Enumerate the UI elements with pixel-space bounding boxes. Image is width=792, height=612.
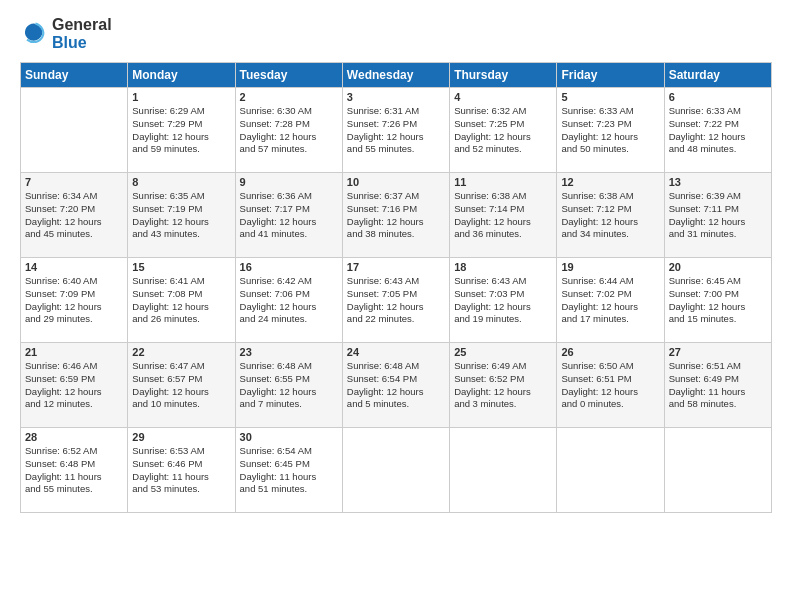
day-info: Sunrise: 6:48 AM Sunset: 6:54 PM Dayligh…: [347, 360, 445, 411]
day-number: 3: [347, 91, 445, 103]
day-number: 22: [132, 346, 230, 358]
day-info: Sunrise: 6:41 AM Sunset: 7:08 PM Dayligh…: [132, 275, 230, 326]
day-info: Sunrise: 6:34 AM Sunset: 7:20 PM Dayligh…: [25, 190, 123, 241]
day-number: 24: [347, 346, 445, 358]
day-number: 30: [240, 431, 338, 443]
calendar-cell: 14Sunrise: 6:40 AM Sunset: 7:09 PM Dayli…: [21, 258, 128, 343]
calendar-cell: 10Sunrise: 6:37 AM Sunset: 7:16 PM Dayli…: [342, 173, 449, 258]
day-info: Sunrise: 6:33 AM Sunset: 7:22 PM Dayligh…: [669, 105, 767, 156]
calendar-cell: [450, 428, 557, 513]
week-row-5: 28Sunrise: 6:52 AM Sunset: 6:48 PM Dayli…: [21, 428, 772, 513]
day-number: 27: [669, 346, 767, 358]
day-info: Sunrise: 6:44 AM Sunset: 7:02 PM Dayligh…: [561, 275, 659, 326]
day-info: Sunrise: 6:35 AM Sunset: 7:19 PM Dayligh…: [132, 190, 230, 241]
day-info: Sunrise: 6:47 AM Sunset: 6:57 PM Dayligh…: [132, 360, 230, 411]
col-header-saturday: Saturday: [664, 63, 771, 88]
day-info: Sunrise: 6:48 AM Sunset: 6:55 PM Dayligh…: [240, 360, 338, 411]
calendar-cell: [342, 428, 449, 513]
day-number: 26: [561, 346, 659, 358]
day-info: Sunrise: 6:52 AM Sunset: 6:48 PM Dayligh…: [25, 445, 123, 496]
day-number: 17: [347, 261, 445, 273]
calendar-cell: 11Sunrise: 6:38 AM Sunset: 7:14 PM Dayli…: [450, 173, 557, 258]
calendar-cell: 24Sunrise: 6:48 AM Sunset: 6:54 PM Dayli…: [342, 343, 449, 428]
day-number: 23: [240, 346, 338, 358]
day-info: Sunrise: 6:45 AM Sunset: 7:00 PM Dayligh…: [669, 275, 767, 326]
day-number: 8: [132, 176, 230, 188]
day-number: 4: [454, 91, 552, 103]
day-number: 6: [669, 91, 767, 103]
day-number: 28: [25, 431, 123, 443]
calendar-cell: 4Sunrise: 6:32 AM Sunset: 7:25 PM Daylig…: [450, 88, 557, 173]
day-number: 14: [25, 261, 123, 273]
calendar-cell: 6Sunrise: 6:33 AM Sunset: 7:22 PM Daylig…: [664, 88, 771, 173]
day-info: Sunrise: 6:43 AM Sunset: 7:03 PM Dayligh…: [454, 275, 552, 326]
day-info: Sunrise: 6:36 AM Sunset: 7:17 PM Dayligh…: [240, 190, 338, 241]
day-info: Sunrise: 6:49 AM Sunset: 6:52 PM Dayligh…: [454, 360, 552, 411]
day-info: Sunrise: 6:31 AM Sunset: 7:26 PM Dayligh…: [347, 105, 445, 156]
calendar-cell: 27Sunrise: 6:51 AM Sunset: 6:49 PM Dayli…: [664, 343, 771, 428]
day-number: 1: [132, 91, 230, 103]
day-info: Sunrise: 6:38 AM Sunset: 7:12 PM Dayligh…: [561, 190, 659, 241]
day-info: Sunrise: 6:43 AM Sunset: 7:05 PM Dayligh…: [347, 275, 445, 326]
day-info: Sunrise: 6:53 AM Sunset: 6:46 PM Dayligh…: [132, 445, 230, 496]
calendar-cell: 29Sunrise: 6:53 AM Sunset: 6:46 PM Dayli…: [128, 428, 235, 513]
calendar-cell: 23Sunrise: 6:48 AM Sunset: 6:55 PM Dayli…: [235, 343, 342, 428]
calendar-cell: [664, 428, 771, 513]
week-row-4: 21Sunrise: 6:46 AM Sunset: 6:59 PM Dayli…: [21, 343, 772, 428]
day-number: 18: [454, 261, 552, 273]
calendar-cell: 17Sunrise: 6:43 AM Sunset: 7:05 PM Dayli…: [342, 258, 449, 343]
col-header-thursday: Thursday: [450, 63, 557, 88]
week-row-1: 1Sunrise: 6:29 AM Sunset: 7:29 PM Daylig…: [21, 88, 772, 173]
day-number: 10: [347, 176, 445, 188]
calendar-cell: 26Sunrise: 6:50 AM Sunset: 6:51 PM Dayli…: [557, 343, 664, 428]
week-row-2: 7Sunrise: 6:34 AM Sunset: 7:20 PM Daylig…: [21, 173, 772, 258]
calendar-cell: 30Sunrise: 6:54 AM Sunset: 6:45 PM Dayli…: [235, 428, 342, 513]
page: General Blue SundayMondayTuesdayWednesda…: [0, 0, 792, 612]
col-header-tuesday: Tuesday: [235, 63, 342, 88]
calendar-cell: 22Sunrise: 6:47 AM Sunset: 6:57 PM Dayli…: [128, 343, 235, 428]
day-info: Sunrise: 6:54 AM Sunset: 6:45 PM Dayligh…: [240, 445, 338, 496]
day-number: 20: [669, 261, 767, 273]
day-number: 19: [561, 261, 659, 273]
calendar-cell: 20Sunrise: 6:45 AM Sunset: 7:00 PM Dayli…: [664, 258, 771, 343]
day-info: Sunrise: 6:33 AM Sunset: 7:23 PM Dayligh…: [561, 105, 659, 156]
calendar-cell: 8Sunrise: 6:35 AM Sunset: 7:19 PM Daylig…: [128, 173, 235, 258]
calendar-cell: 21Sunrise: 6:46 AM Sunset: 6:59 PM Dayli…: [21, 343, 128, 428]
week-row-3: 14Sunrise: 6:40 AM Sunset: 7:09 PM Dayli…: [21, 258, 772, 343]
day-info: Sunrise: 6:32 AM Sunset: 7:25 PM Dayligh…: [454, 105, 552, 156]
calendar-cell: 3Sunrise: 6:31 AM Sunset: 7:26 PM Daylig…: [342, 88, 449, 173]
day-number: 15: [132, 261, 230, 273]
day-info: Sunrise: 6:29 AM Sunset: 7:29 PM Dayligh…: [132, 105, 230, 156]
calendar-cell: 7Sunrise: 6:34 AM Sunset: 7:20 PM Daylig…: [21, 173, 128, 258]
day-info: Sunrise: 6:50 AM Sunset: 6:51 PM Dayligh…: [561, 360, 659, 411]
logo: General Blue: [20, 16, 112, 52]
day-number: 2: [240, 91, 338, 103]
col-header-friday: Friday: [557, 63, 664, 88]
day-number: 29: [132, 431, 230, 443]
calendar-cell: [21, 88, 128, 173]
calendar-cell: 1Sunrise: 6:29 AM Sunset: 7:29 PM Daylig…: [128, 88, 235, 173]
day-info: Sunrise: 6:30 AM Sunset: 7:28 PM Dayligh…: [240, 105, 338, 156]
header-row: SundayMondayTuesdayWednesdayThursdayFrid…: [21, 63, 772, 88]
col-header-monday: Monday: [128, 63, 235, 88]
day-info: Sunrise: 6:40 AM Sunset: 7:09 PM Dayligh…: [25, 275, 123, 326]
logo-text: General Blue: [52, 16, 112, 52]
logo-icon: [20, 20, 48, 48]
day-info: Sunrise: 6:51 AM Sunset: 6:49 PM Dayligh…: [669, 360, 767, 411]
day-info: Sunrise: 6:46 AM Sunset: 6:59 PM Dayligh…: [25, 360, 123, 411]
header: General Blue: [20, 16, 772, 52]
day-number: 25: [454, 346, 552, 358]
calendar-cell: 9Sunrise: 6:36 AM Sunset: 7:17 PM Daylig…: [235, 173, 342, 258]
calendar-cell: 12Sunrise: 6:38 AM Sunset: 7:12 PM Dayli…: [557, 173, 664, 258]
calendar-cell: 13Sunrise: 6:39 AM Sunset: 7:11 PM Dayli…: [664, 173, 771, 258]
day-number: 7: [25, 176, 123, 188]
day-number: 11: [454, 176, 552, 188]
day-info: Sunrise: 6:37 AM Sunset: 7:16 PM Dayligh…: [347, 190, 445, 241]
day-info: Sunrise: 6:42 AM Sunset: 7:06 PM Dayligh…: [240, 275, 338, 326]
calendar-cell: 5Sunrise: 6:33 AM Sunset: 7:23 PM Daylig…: [557, 88, 664, 173]
calendar-cell: 15Sunrise: 6:41 AM Sunset: 7:08 PM Dayli…: [128, 258, 235, 343]
calendar-cell: 25Sunrise: 6:49 AM Sunset: 6:52 PM Dayli…: [450, 343, 557, 428]
calendar-table: SundayMondayTuesdayWednesdayThursdayFrid…: [20, 62, 772, 513]
day-number: 16: [240, 261, 338, 273]
col-header-wednesday: Wednesday: [342, 63, 449, 88]
